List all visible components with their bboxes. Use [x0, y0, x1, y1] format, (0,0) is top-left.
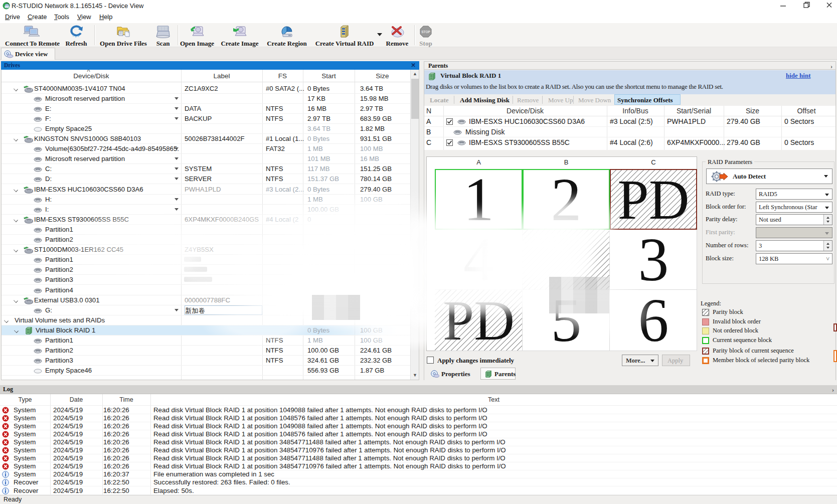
- svg-text:STOP: STOP: [421, 30, 430, 34]
